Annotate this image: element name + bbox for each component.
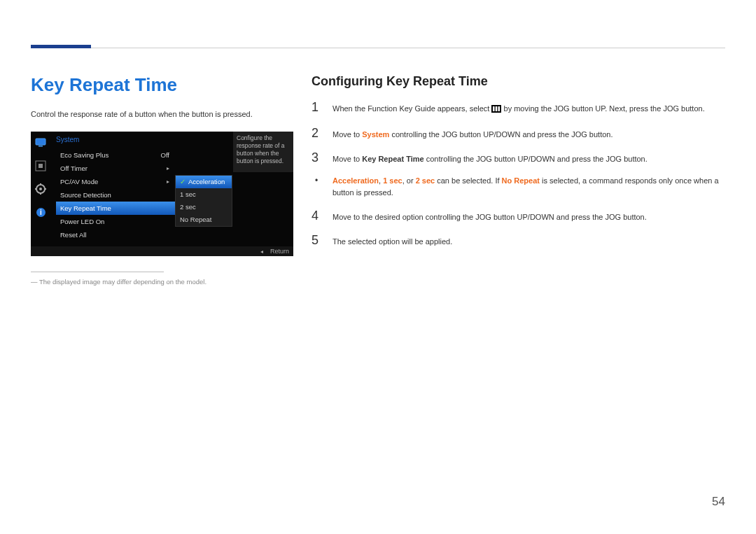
step-text: When the Function Key Guide appears, sel…	[332, 103, 725, 116]
osd-menu-value: Off	[161, 151, 170, 159]
check-icon: ✓	[180, 178, 186, 185]
section-title: Key Repeat Time	[31, 74, 293, 96]
osd-submenu-label: 2 sec	[180, 203, 196, 211]
step-bullet-text: Acceleration, 1 sec, or 2 sec can be sel…	[332, 175, 725, 199]
menu-icon	[491, 104, 501, 116]
osd-menu-label: Source Detection	[60, 191, 111, 199]
chevron-right-icon: ▸	[167, 165, 169, 171]
osd-tab-icons: i	[31, 132, 50, 246]
monitor-icon	[31, 132, 50, 155]
bullet-icon: •	[312, 176, 321, 185]
osd-menu-label: Eco Saving Plus	[60, 151, 108, 159]
svg-point-5	[39, 188, 42, 190]
header-accent	[31, 45, 91, 48]
header-rule	[31, 48, 725, 48]
osd-return-label: Return	[270, 248, 289, 255]
chevron-left-icon: ◂	[260, 248, 263, 255]
svg-rect-14	[496, 106, 498, 111]
step-text: The selected option will be applied.	[332, 236, 725, 248]
step-number: 4	[312, 209, 321, 223]
osd-footer: ◂ Return	[31, 246, 293, 256]
svg-rect-0	[36, 139, 46, 145]
gear-icon	[31, 178, 50, 201]
step-number: 2	[312, 126, 321, 141]
osd-description: Configure the response rate of a button …	[233, 132, 293, 172]
caption-rule	[31, 272, 164, 272]
chevron-right-icon: ▸	[167, 178, 169, 185]
step-number: 3	[312, 150, 321, 165]
osd-submenu: ✓Acceleration 1 sec 2 sec No Repeat	[175, 175, 232, 227]
svg-rect-13	[493, 106, 495, 111]
osd-menu-label: Reset All	[60, 231, 87, 239]
sub-title: Configuring Key Repeat Time	[312, 74, 725, 89]
page-number: 54	[712, 495, 725, 509]
osd-menu-label: Power LED On	[60, 218, 104, 225]
svg-rect-15	[498, 106, 500, 111]
step-text: Move to Key Repeat Time controlling the …	[332, 153, 725, 165]
osd-menu-label: PC/AV Mode	[60, 178, 98, 185]
osd-submenu-label: 1 sec	[180, 190, 196, 198]
step-text: Move to the desired option controlling t…	[332, 211, 725, 223]
step-text: Move to System controlling the JOG butto…	[332, 129, 725, 141]
svg-rect-3	[38, 164, 43, 168]
osd-menu: Eco Saving PlusOff Off Timer▸ PC/AV Mode…	[56, 148, 175, 241]
osd-menu-label: Key Repeat Time	[60, 204, 111, 212]
osd-menu-label: Off Timer	[60, 164, 88, 172]
step-number: 1	[312, 100, 321, 115]
osd-submenu-label: Acceleration	[188, 178, 225, 185]
svg-text:i: i	[40, 209, 42, 216]
osd-submenu-label: No Repeat	[180, 216, 211, 223]
intro-text: Control the response rate of a button wh…	[31, 108, 293, 120]
info-icon: i	[31, 201, 50, 224]
osd-title: System	[56, 136, 79, 143]
osd-screenshot: i System Eco Saving PlusOff Off Timer▸ P…	[31, 132, 293, 256]
svg-rect-1	[38, 146, 43, 147]
screenshot-caption: The displayed image may differ depending…	[31, 278, 293, 286]
picture-icon	[31, 155, 50, 178]
step-number: 5	[312, 233, 321, 248]
